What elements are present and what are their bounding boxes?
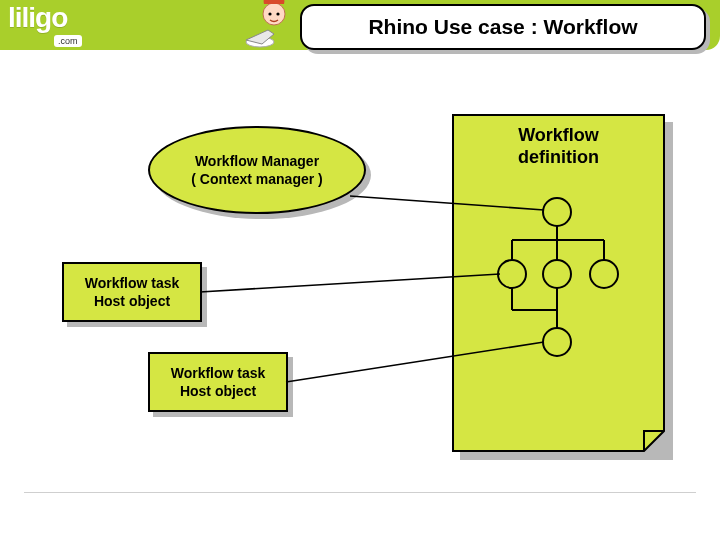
footer-divider: [24, 492, 696, 493]
svg-point-7: [590, 260, 618, 288]
manager-line2: ( Context manager ): [191, 170, 322, 188]
sheet-title-line1: Workflow: [518, 125, 599, 145]
page-title-text: Rhino Use case : Workflow: [368, 15, 637, 39]
svg-point-2: [268, 12, 271, 15]
sheet-title: Workflow definition: [452, 124, 665, 168]
svg-point-3: [276, 12, 279, 15]
svg-point-6: [543, 260, 571, 288]
svg-point-4: [543, 198, 571, 226]
workflow-task2-node: Workflow task Host object: [148, 352, 288, 412]
logo-text: liligo: [8, 6, 118, 30]
mascot-icon: [240, 0, 296, 50]
task2-line2: Host object: [180, 382, 256, 400]
svg-point-5: [498, 260, 526, 288]
logo: liligo .com: [8, 6, 118, 48]
manager-line1: Workflow Manager: [195, 152, 319, 170]
page-title: Rhino Use case : Workflow: [300, 4, 706, 50]
task1-line2: Host object: [94, 292, 170, 310]
workflow-manager-node: Workflow Manager ( Context manager ): [148, 126, 366, 214]
task2-line1: Workflow task: [171, 364, 266, 382]
sheet-title-line2: definition: [518, 147, 599, 167]
workflow-task1-node: Workflow task Host object: [62, 262, 202, 322]
task1-line1: Workflow task: [85, 274, 180, 292]
svg-point-8: [543, 328, 571, 356]
logo-com-badge: .com: [54, 35, 82, 47]
